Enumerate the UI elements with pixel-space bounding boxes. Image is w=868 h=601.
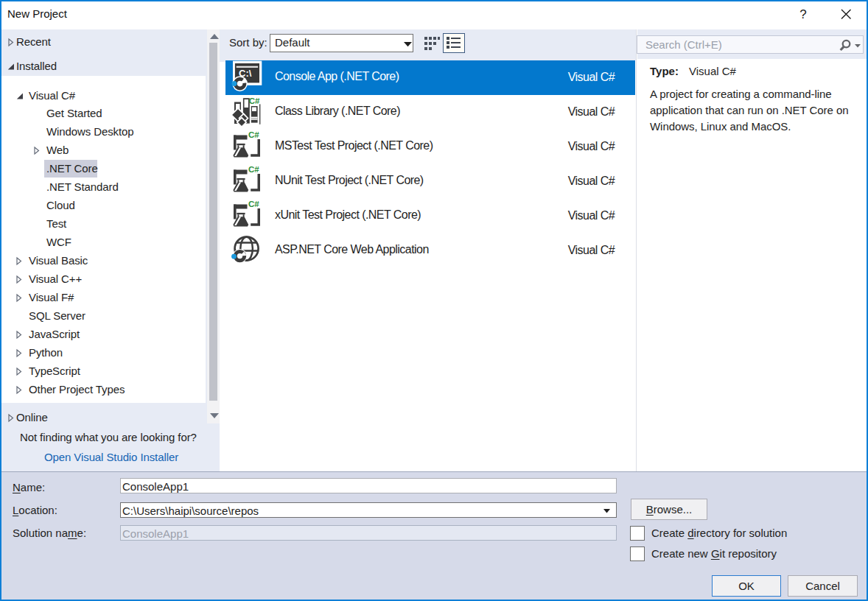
- svg-text:C#: C#: [248, 165, 259, 174]
- svg-text:C#: C#: [249, 96, 260, 105]
- svg-text:C#: C#: [248, 200, 259, 208]
- svg-text:C#: C#: [248, 130, 259, 139]
